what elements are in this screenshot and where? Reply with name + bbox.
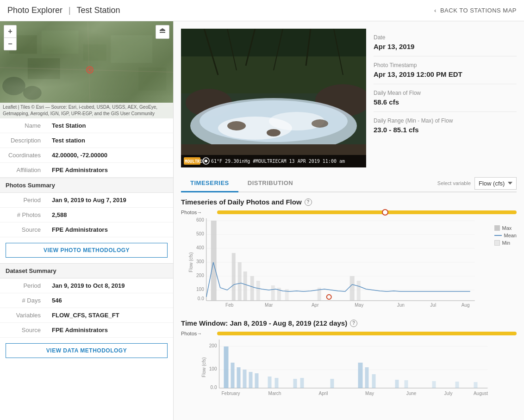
dataset-summary-table: Period Jan 9, 2019 to Oct 8, 2019 # Days… [0,278,173,338]
ds-source-value: FPE Administrators [46,323,173,338]
svg-text:300: 300 [196,259,204,264]
chart-help-icon[interactable]: ? [305,198,312,206]
dataset-summary-header: Dataset Summary [0,263,173,278]
source-label: Source [0,222,46,237]
svg-text:Jun: Jun [397,303,405,308]
map-terrain-svg [0,21,173,107]
variable-select[interactable]: Flow (cfs) Stage (ft) [474,177,517,190]
date-row: Date Apr 13, 2019 [374,29,517,56]
photos-slider-row: Photos→ [181,210,517,215]
tabs-row: TIMESERIES DISTRIBUTION Select variable … [181,175,517,192]
photos-slider-track[interactable] [217,210,517,214]
affiliation-label: Affiliation [0,163,46,178]
photo-meta-row: MOULTRIE 61°F 29.30inHg #MOULTRIECAM 13 … [181,29,517,167]
svg-marker-14 [160,28,165,30]
tab-timeseries[interactable]: TIMESERIES [181,175,238,192]
time-window-help-icon[interactable]: ? [350,320,357,327]
variable-select-group: Select variable Flow (cfs) Stage (ft) [437,177,517,190]
app-name: Photo Explorer [7,6,62,15]
back-label: BACK TO STATIONS MAP [440,7,517,14]
map-layers-button[interactable] [156,25,169,39]
map-zoom-controls: + − [4,25,17,50]
table-row: Name Test Station [0,118,173,133]
time-window-photos-label: Photos→ [181,331,213,336]
name-value: Test Station [46,118,173,133]
station-name-title: Test Station [76,6,120,15]
flow-row: Daily Mean of Flow 58.6 cfs [374,84,517,112]
svg-text:100: 100 [196,287,204,292]
coordinates-value: 42.00000, -72.00000 [46,148,173,163]
date-value: Apr 13, 2019 [374,43,517,50]
svg-rect-66 [350,276,355,301]
legend-min-box [494,240,500,246]
svg-text:600: 600 [196,217,204,222]
svg-rect-102 [474,382,478,388]
svg-point-9 [23,86,42,100]
legend-mean-line [494,235,502,236]
svg-point-68 [327,295,331,299]
photos-slider-thumb[interactable] [382,209,388,216]
svg-rect-98 [395,380,399,388]
num-photos-label: # Photos [0,208,46,222]
time-window-slider-track[interactable] [217,332,517,335]
zoom-in-button[interactable]: + [4,25,16,37]
svg-text:Feb: Feb [225,303,234,308]
svg-text:200: 200 [209,343,217,348]
ds-vars-value: FLOW_CFS, STAGE_FT [46,308,173,323]
svg-rect-99 [405,380,408,388]
svg-rect-58 [238,262,242,301]
table-row: Source FPE Administrators [0,222,173,237]
svg-text:February: February [221,391,240,396]
page-title: Photo Explorer | Test Station [7,6,120,15]
view-data-methodology-button[interactable]: VIEW DATA METHODOLOGY [6,343,168,358]
description-label: Description [0,133,46,148]
map-marker [86,66,94,74]
photos-summary-table: Period Jan 9, 2019 to Aug 7, 2019 # Phot… [0,193,173,237]
legend-max-label: Max [502,225,512,231]
svg-rect-61 [256,281,260,301]
svg-rect-62 [271,285,275,301]
timeseries-chart-section: Timeseries of Daily Photos and Flow ? Ph… [181,198,517,310]
svg-rect-59 [243,272,247,301]
svg-text:0.0: 0.0 [198,296,204,301]
timestamp-label: Photo Timestamp [374,62,517,68]
table-row: # Photos 2,588 [0,208,173,222]
legend-min-label: Min [502,240,510,246]
ds-vars-label: Variables [0,308,46,323]
photo-box: MOULTRIE 61°F 29.30inHg #MOULTRIECAM 13 … [181,29,366,167]
tab-distribution[interactable]: DISTRIBUTION [238,175,302,192]
layers-icon [159,28,166,37]
main-layout: + − Leaflet | Tiles © Esri — Source: Esr… [0,21,524,420]
svg-rect-84 [224,346,229,388]
svg-rect-97 [372,374,376,388]
svg-rect-94 [331,379,334,388]
time-window-title: Time Window: Jan 8, 2019 - Aug 8, 2019 (… [181,319,517,327]
table-row: Period Jan 9, 2019 to Oct 8, 2019 [0,278,173,293]
flow-value: 58.6 cfs [374,98,517,106]
svg-rect-57 [232,253,236,301]
table-row: Variables FLOW_CFS, STAGE_FT [0,308,173,323]
back-to-map-button[interactable]: ‹ BACK TO STATIONS MAP [434,7,517,14]
zoom-out-button[interactable]: − [4,38,16,50]
ds-days-label: # Days [0,293,46,308]
range-label: Daily Range (Min - Max) of Flow [374,117,517,124]
name-label: Name [0,118,46,133]
table-row: Source FPE Administrators [0,323,173,338]
svg-text:61°F  29.30inHg  #MOULTRIECAM : 61°F 29.30inHg #MOULTRIECAM 13 APR 2019 … [211,159,345,164]
svg-rect-86 [237,367,241,388]
table-row: # Days 546 [0,293,173,308]
num-photos-value: 2,588 [46,208,173,222]
view-photo-methodology-button[interactable]: VIEW PHOTO METHODOLOGY [6,243,168,258]
svg-rect-56 [211,221,217,301]
svg-text:100: 100 [209,366,217,371]
period-value: Jan 9, 2019 to Aug 7, 2019 [46,193,173,208]
time-window-section: Time Window: Jan 8, 2019 - Aug 8, 2019 (… [181,319,517,399]
right-panel: MOULTRIE 61°F 29.30inHg #MOULTRIECAM 13 … [174,21,524,420]
photos-slider-label: Photos→ [181,210,213,215]
chart-title-text: Timeseries of Daily Photos and Flow [181,198,302,206]
svg-text:March: March [268,391,281,396]
coordinates-label: Coordinates [0,148,46,163]
svg-rect-3 [83,44,106,61]
variable-select-label: Select variable [437,180,471,186]
timeseries-svg: 600 500 400 300 200 100 0.0 Flow (cfs) [181,216,491,309]
